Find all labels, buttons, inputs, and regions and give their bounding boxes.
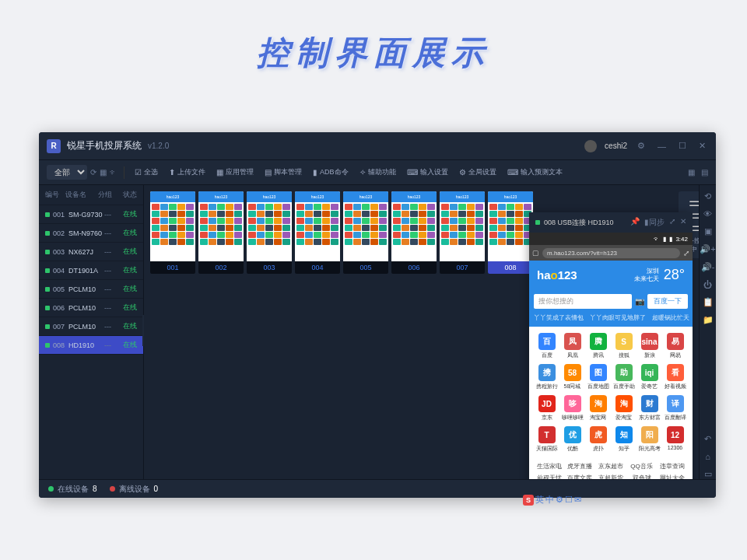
grid-icon[interactable]: ▦ — [100, 168, 107, 177]
clipboard-icon[interactable]: 📋 — [703, 297, 714, 307]
power-icon[interactable]: ⏻ — [703, 280, 712, 289]
maximize-icon[interactable]: ☐ — [676, 141, 689, 151]
weather-widget[interactable]: 深圳 未来七天 — [634, 268, 659, 282]
hao123-logo[interactable]: hao123 — [537, 268, 577, 282]
volume-down-icon[interactable]: 🔊- — [701, 262, 715, 272]
recent-icon[interactable]: ▭ — [704, 469, 712, 479]
site-item[interactable]: 财东方财富 — [638, 395, 661, 422]
close-panel-icon[interactable]: ✕ — [680, 217, 686, 228]
app-manage-button[interactable]: ▦应用管理 — [212, 165, 258, 180]
minimize-icon[interactable]: — — [655, 142, 668, 151]
view-list-icon[interactable]: ▤ — [701, 168, 708, 177]
phone-thumb-001[interactable]: hao123001 — [150, 191, 195, 274]
settings-icon[interactable]: ⚙ — [635, 141, 647, 151]
text-link[interactable]: 违章查询 — [658, 462, 686, 471]
screenshot-icon[interactable]: ▣ — [704, 226, 712, 236]
wifi-icon[interactable]: ᯤ — [110, 168, 117, 177]
site-item[interactable]: 知知乎 — [612, 426, 635, 453]
phone-thumb-005[interactable]: hao123005 — [343, 191, 388, 274]
text-link[interactable]: 虎牙直播 — [566, 462, 594, 471]
device-row-005[interactable]: 005PCLM10---在线 — [39, 280, 143, 299]
site-item[interactable]: 虎虎扑 — [587, 426, 609, 453]
phone-thumb-008[interactable]: hao123008 — [488, 191, 533, 274]
text-link[interactable]: 百度文库 — [566, 474, 594, 479]
site-item[interactable]: JD京东 — [535, 395, 558, 422]
device-row-007[interactable]: 007PCLM10---在线 — [39, 317, 143, 336]
sync-button[interactable]: ▮同步 — [644, 217, 665, 228]
back-icon[interactable]: ↶ — [704, 434, 711, 444]
site-item[interactable]: 助百度手助 — [612, 364, 635, 390]
app-logo-icon: R — [47, 139, 61, 153]
site-item[interactable]: 译百度翻译 — [664, 395, 686, 422]
site-item[interactable]: 携携程旅行 — [535, 364, 558, 390]
rotate-icon[interactable]: ⟲ — [704, 191, 711, 201]
phone-thumb-006[interactable]: hao123006 — [391, 191, 437, 274]
site-item[interactable]: 优优酷 — [561, 426, 584, 453]
site-item[interactable]: 百百度 — [535, 333, 558, 359]
device-row-004[interactable]: 004DT1901A---在线 — [39, 261, 143, 280]
site-item[interactable]: 哆哆哩哆哩 — [561, 395, 584, 422]
tab-count-icon[interactable]: ▢ — [532, 249, 539, 257]
text-link[interactable]: 网址大全 — [658, 474, 686, 479]
view-grid-icon[interactable]: ▦ — [688, 168, 695, 177]
search-button[interactable]: 百度一下 — [647, 294, 688, 309]
avatar-icon[interactable] — [584, 140, 597, 152]
filter-select[interactable]: 全部 — [47, 165, 87, 180]
refresh-icon[interactable]: ⟳ — [90, 168, 96, 177]
phone-thumb-002[interactable]: hao123002 — [198, 191, 244, 274]
adb-button[interactable]: ▮ADB命令 — [309, 165, 352, 180]
text-link[interactable]: 前程无忧 — [535, 474, 563, 479]
site-item[interactable]: T天猫国际 — [535, 426, 558, 453]
home-icon[interactable]: ⌂ — [705, 452, 710, 461]
input-settings-button[interactable]: ⌨输入设置 — [403, 165, 452, 180]
url-input[interactable]: m.hao123.com/?vit=h123 — [542, 248, 680, 258]
site-item[interactable]: 易网易 — [664, 333, 686, 359]
site-item[interactable]: 5858同城 — [561, 364, 584, 390]
assist-button[interactable]: ✧辅助功能 — [356, 165, 400, 180]
phone-thumb-004[interactable]: hao123004 — [295, 191, 340, 274]
folder-icon[interactable]: 📁 — [703, 315, 714, 325]
phone-screen-mirror[interactable]: ᯤ ▮ ▮ 3:42 ▢ m.hao123.com/?vit=h123 ⤢ ha… — [529, 233, 693, 479]
site-item[interactable]: 图百度地图 — [587, 364, 609, 390]
news-ticker[interactable]: 丫丫笑成了表情包 丫丫肉眼可见地胖了 超暖锅比忙天 — [529, 313, 693, 327]
site-item[interactable]: 看好看视频 — [664, 364, 686, 390]
user-name[interactable]: ceshi2 — [605, 142, 627, 150]
search-input[interactable]: 搜你想搜的 — [534, 294, 632, 309]
text-link[interactable]: 双色球 — [628, 474, 656, 479]
text-link[interactable]: 京超新货 — [597, 474, 625, 479]
volume-up-icon[interactable]: 🔊+ — [700, 244, 715, 254]
site-item[interactable]: 淘淘宝网 — [587, 395, 609, 422]
phone-thumb-003[interactable]: hao123003 — [247, 191, 292, 274]
site-item[interactable]: sina新浪 — [638, 333, 661, 359]
device-row-008[interactable]: 008HD1910---在线 — [39, 336, 143, 355]
device-row-006[interactable]: 006PCLM10---在线 — [39, 299, 143, 317]
close-icon[interactable]: ✕ — [696, 141, 708, 151]
script-manage-button[interactable]: ▤脚本管理 — [261, 165, 306, 180]
predict-text-button[interactable]: ⌨输入预测文本 — [503, 165, 566, 180]
eye-icon[interactable]: 👁 — [703, 209, 712, 219]
site-item[interactable]: 淘爱淘宝 — [612, 395, 635, 422]
site-item[interactable]: S搜狐 — [612, 333, 635, 359]
expand-icon[interactable]: ⤢ — [669, 217, 675, 228]
browser-urlbar: ▢ m.hao123.com/?vit=h123 ⤢ — [529, 245, 693, 261]
site-item[interactable]: iqi爱奇艺 — [638, 364, 661, 390]
global-settings-button[interactable]: ⚙全局设置 — [455, 165, 500, 180]
device-row-001[interactable]: 001SM-G9730---在线 — [39, 205, 143, 224]
text-link[interactable]: QQ音乐 — [628, 462, 656, 471]
pin-icon[interactable]: 📌 — [630, 217, 640, 228]
device-row-003[interactable]: 003NX627J---在线 — [39, 243, 143, 261]
phone-thumb-007[interactable]: hao123007 — [440, 191, 485, 274]
text-link[interactable]: 生活家电 — [535, 462, 563, 471]
ime-toolbar[interactable]: S 英 中 ⚙ ☐ ✉ — [523, 494, 581, 506]
site-item[interactable]: 阳阳光高考 — [638, 426, 661, 453]
device-row-002[interactable]: 002SM-N9760---在线 — [39, 224, 143, 243]
camera-icon[interactable]: 📷 — [635, 297, 644, 306]
site-item[interactable]: 凤凤凰 — [561, 333, 584, 359]
select-all-button[interactable]: ☑全选 — [131, 165, 162, 180]
site-item[interactable]: 1212306 — [664, 426, 686, 453]
site-item[interactable]: 腾腾讯 — [587, 333, 609, 359]
text-link[interactable]: 京东超市 — [597, 462, 625, 471]
upload-button[interactable]: ⬆上传文件 — [165, 165, 209, 180]
sogou-icon[interactable]: S — [523, 495, 534, 506]
expand-url-icon[interactable]: ⤢ — [683, 249, 689, 257]
